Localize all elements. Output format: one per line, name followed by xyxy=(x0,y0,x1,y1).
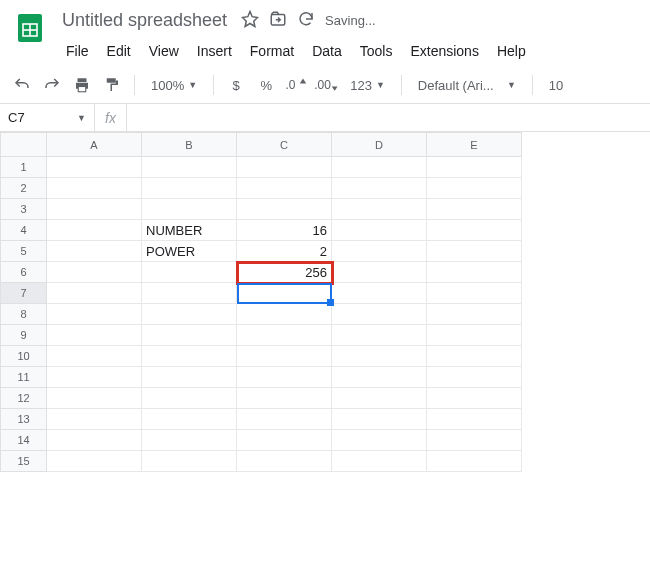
font-dropdown[interactable]: Default (Ari...▼ xyxy=(412,73,522,97)
cell-D5[interactable] xyxy=(332,241,427,262)
move-icon[interactable] xyxy=(269,10,287,31)
cell-D1[interactable] xyxy=(332,157,427,178)
cell-B10[interactable] xyxy=(142,346,237,367)
cell-D14[interactable] xyxy=(332,430,427,451)
cell-A6[interactable] xyxy=(47,262,142,283)
cell-C12[interactable] xyxy=(237,388,332,409)
cell-A4[interactable] xyxy=(47,220,142,241)
percent-button[interactable]: % xyxy=(254,73,278,97)
row-header-11[interactable]: 11 xyxy=(1,367,47,388)
cell-A8[interactable] xyxy=(47,304,142,325)
cell-D4[interactable] xyxy=(332,220,427,241)
cell-D13[interactable] xyxy=(332,409,427,430)
cell-E2[interactable] xyxy=(427,178,522,199)
spreadsheet-grid[interactable]: ABCDE1234NUMBER165POWER26256789101112131… xyxy=(0,132,522,472)
cell-E1[interactable] xyxy=(427,157,522,178)
col-header-B[interactable]: B xyxy=(142,133,237,157)
cell-C14[interactable] xyxy=(237,430,332,451)
cell-E15[interactable] xyxy=(427,451,522,472)
cell-D11[interactable] xyxy=(332,367,427,388)
cell-B5[interactable]: POWER xyxy=(142,241,237,262)
col-header-C[interactable]: C xyxy=(237,133,332,157)
cell-A9[interactable] xyxy=(47,325,142,346)
cell-D2[interactable] xyxy=(332,178,427,199)
cell-E14[interactable] xyxy=(427,430,522,451)
currency-button[interactable]: $ xyxy=(224,73,248,97)
cell-C4[interactable]: 16 xyxy=(237,220,332,241)
cell-A5[interactable] xyxy=(47,241,142,262)
menu-view[interactable]: View xyxy=(141,39,187,63)
cell-A1[interactable] xyxy=(47,157,142,178)
row-header-13[interactable]: 13 xyxy=(1,409,47,430)
number-format-dropdown[interactable]: 123▼ xyxy=(344,73,391,97)
decrease-decimal-button[interactable]: .0 xyxy=(284,73,308,97)
cell-B2[interactable] xyxy=(142,178,237,199)
select-all-corner[interactable] xyxy=(1,133,47,157)
col-header-A[interactable]: A xyxy=(47,133,142,157)
cloud-sync-icon[interactable] xyxy=(297,10,315,31)
menu-format[interactable]: Format xyxy=(242,39,302,63)
cell-D10[interactable] xyxy=(332,346,427,367)
cell-A15[interactable] xyxy=(47,451,142,472)
sheets-logo[interactable] xyxy=(10,8,50,48)
increase-decimal-button[interactable]: .00 xyxy=(314,73,338,97)
cell-A7[interactable] xyxy=(47,283,142,304)
row-header-5[interactable]: 5 xyxy=(1,241,47,262)
cell-A11[interactable] xyxy=(47,367,142,388)
cell-C6[interactable]: 256 xyxy=(237,262,332,283)
cell-E10[interactable] xyxy=(427,346,522,367)
cell-E13[interactable] xyxy=(427,409,522,430)
font-size[interactable]: 10 xyxy=(543,73,569,97)
row-header-2[interactable]: 2 xyxy=(1,178,47,199)
cell-E12[interactable] xyxy=(427,388,522,409)
cell-A3[interactable] xyxy=(47,199,142,220)
name-box[interactable]: C7 ▼ xyxy=(0,104,95,131)
menu-tools[interactable]: Tools xyxy=(352,39,401,63)
cell-C7[interactable] xyxy=(237,283,332,304)
row-header-10[interactable]: 10 xyxy=(1,346,47,367)
cell-D9[interactable] xyxy=(332,325,427,346)
cell-B12[interactable] xyxy=(142,388,237,409)
cell-C2[interactable] xyxy=(237,178,332,199)
menu-help[interactable]: Help xyxy=(489,39,534,63)
cell-E7[interactable] xyxy=(427,283,522,304)
menu-edit[interactable]: Edit xyxy=(99,39,139,63)
cell-A12[interactable] xyxy=(47,388,142,409)
cell-D6[interactable] xyxy=(332,262,427,283)
cell-B3[interactable] xyxy=(142,199,237,220)
cell-C13[interactable] xyxy=(237,409,332,430)
cell-B7[interactable] xyxy=(142,283,237,304)
row-header-9[interactable]: 9 xyxy=(1,325,47,346)
row-header-3[interactable]: 3 xyxy=(1,199,47,220)
cell-E3[interactable] xyxy=(427,199,522,220)
cell-E9[interactable] xyxy=(427,325,522,346)
cell-C9[interactable] xyxy=(237,325,332,346)
cell-B11[interactable] xyxy=(142,367,237,388)
row-header-7[interactable]: 7 xyxy=(1,283,47,304)
cell-A2[interactable] xyxy=(47,178,142,199)
col-header-E[interactable]: E xyxy=(427,133,522,157)
row-header-15[interactable]: 15 xyxy=(1,451,47,472)
cell-E6[interactable] xyxy=(427,262,522,283)
zoom-dropdown[interactable]: 100%▼ xyxy=(145,73,203,97)
star-icon[interactable] xyxy=(241,10,259,31)
cell-D3[interactable] xyxy=(332,199,427,220)
row-header-4[interactable]: 4 xyxy=(1,220,47,241)
cell-C8[interactable] xyxy=(237,304,332,325)
doc-title[interactable]: Untitled spreadsheet xyxy=(58,8,231,33)
menu-extensions[interactable]: Extensions xyxy=(402,39,486,63)
cell-A13[interactable] xyxy=(47,409,142,430)
cell-A14[interactable] xyxy=(47,430,142,451)
cell-D15[interactable] xyxy=(332,451,427,472)
cell-B9[interactable] xyxy=(142,325,237,346)
cell-E8[interactable] xyxy=(427,304,522,325)
cell-B14[interactable] xyxy=(142,430,237,451)
row-header-12[interactable]: 12 xyxy=(1,388,47,409)
row-header-8[interactable]: 8 xyxy=(1,304,47,325)
col-header-D[interactable]: D xyxy=(332,133,427,157)
redo-button[interactable] xyxy=(40,73,64,97)
cell-C15[interactable] xyxy=(237,451,332,472)
cell-E4[interactable] xyxy=(427,220,522,241)
cell-C10[interactable] xyxy=(237,346,332,367)
paint-format-button[interactable] xyxy=(100,73,124,97)
